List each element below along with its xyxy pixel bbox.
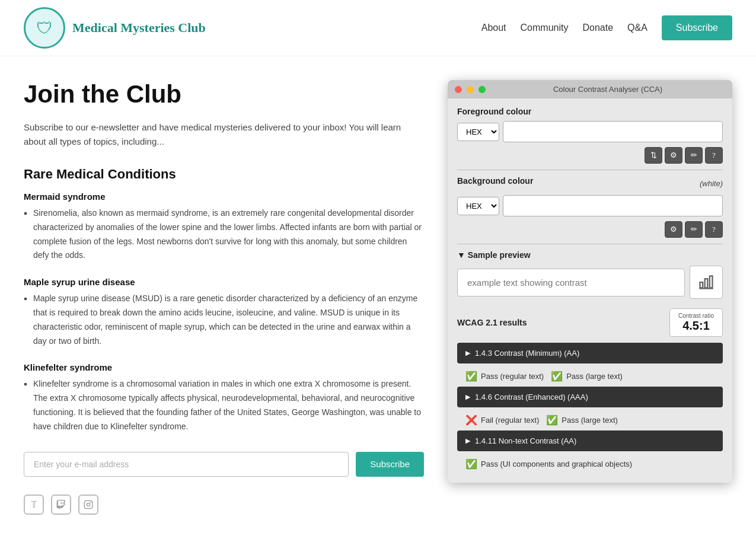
contrast-ratio-value: 4.5:1 — [678, 319, 714, 333]
sample-text: example text showing contrast — [457, 269, 685, 296]
aa-result-row: ✅ Pass (regular text) ✅ Pass (large text… — [457, 367, 723, 387]
bg-label: Background colour — [457, 176, 533, 186]
social-icons: 𝕋 — [24, 495, 424, 515]
nontext-result-row: ✅ Pass (UI components and graphical obje… — [457, 455, 723, 474]
fg-settings-icon[interactable]: ⚙ — [665, 147, 682, 164]
nontext-result: ✅ Pass (UI components and graphical obje… — [465, 458, 632, 470]
nav-about[interactable]: About — [481, 23, 506, 33]
intro-text: Subscribe to our e-newsletter and have m… — [24, 120, 424, 149]
condition-list-1: Sirenomelia, also known as mermaid syndr… — [33, 206, 424, 263]
main-layout: Join the Club Subscribe to our e-newslet… — [0, 56, 756, 527]
svg-rect-3 — [700, 282, 703, 288]
contrast-box: Contrast ratio 4.5:1 — [669, 308, 723, 337]
wcag-row: WCAG 2.1 results Contrast ratio 4.5:1 — [457, 308, 723, 337]
twitch-icon[interactable] — [51, 495, 71, 515]
aa-pass-large-text: Pass (large text) — [566, 372, 623, 381]
condition-mermaid: Mermaid syndrome Sirenomelia, also known… — [24, 192, 424, 263]
condition-title-3: Klinefelter syndrome — [24, 362, 424, 372]
email-row: Subscribe — [24, 452, 424, 477]
accordion-aa-label: 1.4.3 Contrast (Minimum) (AA) — [475, 349, 579, 358]
bg-help-icon[interactable]: ? — [705, 221, 723, 238]
accordion-aaa[interactable]: ▶ 1.4.6 Contrast (Enhanced) (AAA) — [457, 387, 723, 407]
accordion-aa[interactable]: ▶ 1.4.3 Contrast (Minimum) (AA) — [457, 343, 723, 363]
bg-eyedropper-icon[interactable]: ✏ — [685, 221, 703, 238]
accordion-nontext-label: 1.4.11 Non-text Contrast (AA) — [475, 436, 576, 445]
cca-panel: Colour Contrast Analyser (CCA) Foregroun… — [448, 80, 732, 483]
nav-donate[interactable]: Donate — [582, 23, 613, 33]
aaa-pass-large-text: Pass (large text) — [562, 416, 618, 425]
condition-text-3: Klinefelter syndrome is a chromosomal va… — [33, 377, 424, 433]
instagram-icon[interactable] — [78, 495, 98, 515]
cca-panel-area: Colour Contrast Analyser (CCA) Foregroun… — [448, 80, 732, 483]
fg-hex-input[interactable]: #767676 — [503, 121, 723, 142]
nontext-pass-icon: ✅ — [465, 458, 477, 470]
content-area: Join the Club Subscribe to our e-newslet… — [24, 80, 424, 515]
accordion-aa-arrow: ▶ — [465, 349, 470, 357]
bg-input-row: HEX RGB HSL #ffffff — [457, 195, 723, 216]
email-input[interactable] — [24, 452, 349, 477]
aa-result-large: ✅ Pass (large text) — [551, 371, 623, 382]
aaa-result-large: ✅ Pass (large text) — [546, 414, 618, 426]
bg-label-row: Background colour (white) — [457, 176, 723, 190]
aaa-result-regular: ❌ Fail (regular text) — [465, 414, 539, 426]
svg-point-1 — [87, 503, 90, 506]
aa-pass-large-icon: ✅ — [551, 371, 563, 382]
svg-rect-5 — [710, 276, 713, 288]
cca-divider-1 — [457, 170, 723, 170]
condition-title-1: Mermaid syndrome — [24, 192, 424, 202]
condition-text-2: Maple syrup urine disease (MSUD) is a ra… — [33, 292, 424, 348]
wcag-label: WCAG 2.1 results — [457, 318, 527, 327]
logo-area: 🛡 Medical Mysteries Club — [24, 7, 206, 49]
bg-type-select[interactable]: HEX RGB HSL — [457, 197, 499, 215]
aaa-result-row: ❌ Fail (regular text) ✅ Pass (large text… — [457, 411, 723, 430]
navbar: 🛡 Medical Mysteries Club About Community… — [0, 0, 756, 56]
sample-row: example text showing contrast — [457, 266, 723, 299]
nontext-pass-text: Pass (UI components and graphical object… — [481, 460, 632, 468]
fg-eyedropper-icon[interactable]: ✏ — [685, 147, 703, 164]
svg-point-2 — [90, 502, 91, 503]
section-title: Rare Medical Conditions — [24, 167, 424, 182]
chart-icon-btn[interactable] — [690, 266, 723, 299]
condition-title-2: Maple syrup urine disease — [24, 277, 424, 287]
svg-rect-4 — [705, 279, 708, 288]
contrast-ratio-label: Contrast ratio — [678, 312, 714, 319]
fg-input-row: HEX RGB HSL #767676 — [457, 121, 723, 142]
page-title: Join the Club — [24, 80, 424, 109]
condition-list-3: Klinefelter syndrome is a chromosomal va… — [33, 377, 424, 433]
accordion-nontext-arrow: ▶ — [465, 437, 470, 445]
cca-title: Colour Contrast Analyser (CCA) — [490, 85, 725, 94]
aaa-fail-regular-icon: ❌ — [465, 414, 477, 426]
fg-icon-row: ⇅ ⚙ ✏ ? — [457, 147, 723, 164]
cca-dot-yellow[interactable] — [467, 86, 474, 93]
fg-label: Foreground colour — [457, 107, 723, 116]
aa-pass-regular-text: Pass (regular text) — [481, 372, 544, 381]
fg-help-icon[interactable]: ? — [705, 147, 723, 164]
accordion-nontext[interactable]: ▶ 1.4.11 Non-text Contrast (AA) — [457, 430, 723, 451]
logo-icon: 🛡 — [24, 7, 65, 49]
subscribe-button[interactable]: Subscribe — [356, 452, 424, 477]
twitter-icon[interactable]: 𝕋 — [24, 495, 44, 515]
cca-dot-red[interactable] — [455, 86, 462, 93]
bg-icon-row: ⚙ ✏ ? — [457, 221, 723, 238]
nav-subscribe-button[interactable]: Subscribe — [662, 15, 732, 40]
svg-rect-0 — [84, 500, 92, 508]
aaa-fail-regular-text: Fail (regular text) — [481, 416, 539, 425]
aa-pass-regular-icon: ✅ — [465, 371, 477, 382]
bg-settings-icon[interactable]: ⚙ — [665, 221, 682, 238]
condition-klinefelter: Klinefelter syndrome Klinefelter syndrom… — [24, 362, 424, 433]
cca-dot-green[interactable] — [479, 86, 486, 93]
condition-maple: Maple syrup urine disease Maple syrup ur… — [24, 277, 424, 348]
bg-white-label: (white) — [700, 179, 723, 188]
nav-links: About Community Donate Q&A Subscribe — [481, 15, 732, 40]
nav-qa[interactable]: Q&A — [627, 23, 647, 33]
aa-result-regular: ✅ Pass (regular text) — [465, 371, 544, 382]
nav-community[interactable]: Community — [521, 23, 569, 33]
bg-hex-input[interactable]: #ffffff — [503, 195, 723, 216]
fg-type-select[interactable]: HEX RGB HSL — [457, 123, 499, 141]
cca-body: Foreground colour HEX RGB HSL #767676 ⇅ … — [448, 98, 732, 483]
fg-swap-icon[interactable]: ⇅ — [645, 147, 662, 164]
accordion-aaa-label: 1.4.6 Contrast (Enhanced) (AAA) — [475, 393, 588, 401]
accordion-aaa-arrow: ▶ — [465, 393, 470, 401]
cca-titlebar: Colour Contrast Analyser (CCA) — [448, 80, 732, 98]
condition-list-2: Maple syrup urine disease (MSUD) is a ra… — [33, 292, 424, 348]
